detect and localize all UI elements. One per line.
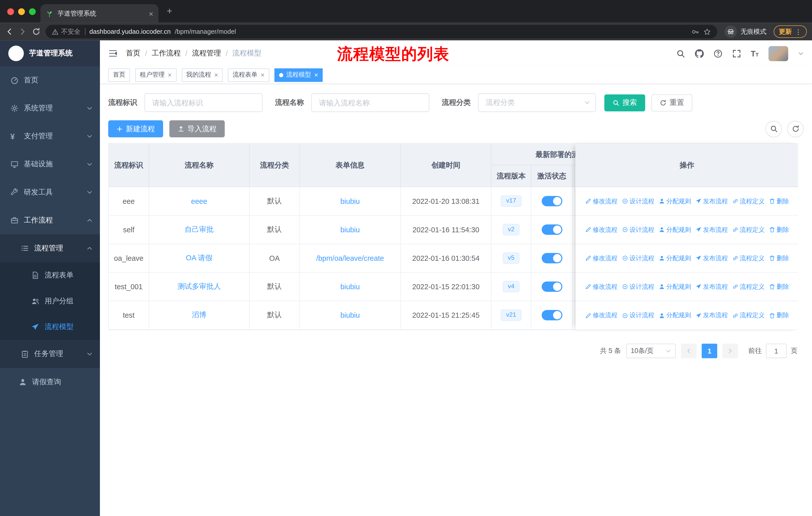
- address-bar[interactable]: 不安全 dashboard.yudao.iocoder.cn/bpm/manag…: [46, 25, 717, 38]
- close-icon[interactable]: ×: [214, 72, 218, 78]
- sidebar-item-workflow[interactable]: 工作流程: [0, 206, 100, 234]
- sidebar-item-process-model[interactable]: 流程模型: [0, 314, 100, 340]
- sidebar-item-infra[interactable]: 基础设施: [0, 151, 100, 179]
- op-delete-link[interactable]: 删除: [769, 197, 789, 206]
- sidebar-item-system[interactable]: 系统管理: [0, 94, 100, 122]
- import-process-button[interactable]: 导入流程: [169, 120, 225, 137]
- tab-close-icon[interactable]: ×: [149, 9, 153, 18]
- sidebar-item-devtools[interactable]: 研发工具: [0, 179, 100, 206]
- op-edit-link[interactable]: 修改流程: [585, 254, 618, 263]
- sidebar-item-leave-query[interactable]: 请假查询: [0, 368, 100, 396]
- op-edit-link[interactable]: 修改流程: [585, 225, 618, 234]
- goto-page-input[interactable]: [766, 344, 787, 358]
- process-name-link[interactable]: 测试多审批人: [177, 282, 221, 291]
- new-tab-button[interactable]: +: [167, 6, 172, 16]
- process-name-link[interactable]: eeee: [191, 197, 207, 205]
- active-toggle[interactable]: [542, 281, 562, 292]
- op-design-link[interactable]: 设计流程: [622, 225, 655, 234]
- prev-page-button[interactable]: [681, 344, 696, 358]
- op-delete-link[interactable]: 删除: [769, 311, 789, 320]
- search-icon[interactable]: [676, 49, 685, 58]
- sidebar-item-process-form[interactable]: 流程表单: [0, 262, 100, 288]
- breadcrumb-process-mgmt[interactable]: 流程管理: [192, 49, 221, 58]
- window-close-button[interactable]: [7, 8, 14, 15]
- tag-process-model[interactable]: 流程模型×: [274, 68, 323, 82]
- create-process-button[interactable]: 新建流程: [108, 120, 163, 137]
- sidebar-item-home[interactable]: 首页: [0, 66, 100, 94]
- active-toggle[interactable]: [542, 253, 562, 263]
- window-zoom-button[interactable]: [29, 8, 36, 15]
- op-assign-link[interactable]: 分配规则: [659, 197, 691, 206]
- back-icon[interactable]: [5, 27, 13, 36]
- op-delete-link[interactable]: 删除: [769, 282, 789, 291]
- form-info-link[interactable]: biubiu: [340, 311, 360, 319]
- user-avatar[interactable]: [768, 46, 788, 61]
- tag-tenant[interactable]: 租户管理×: [135, 68, 176, 82]
- process-name-link[interactable]: 自己审批: [184, 225, 213, 234]
- active-toggle[interactable]: [542, 224, 562, 235]
- op-definition-link[interactable]: 流程定义: [732, 311, 765, 320]
- page-size-select[interactable]: 10条/页: [626, 344, 676, 358]
- process-key-input[interactable]: [144, 93, 263, 112]
- category-select[interactable]: 流程分类: [478, 93, 596, 112]
- op-definition-link[interactable]: 流程定义: [732, 254, 765, 263]
- font-size-icon[interactable]: TT: [751, 49, 759, 58]
- op-publish-link[interactable]: 发布流程: [695, 225, 728, 234]
- sidebar-item-user-group[interactable]: 用户分组: [0, 288, 100, 314]
- op-definition-link[interactable]: 流程定义: [732, 197, 765, 206]
- browser-update-button[interactable]: 更新 ⋮: [774, 25, 807, 38]
- op-edit-link[interactable]: 修改流程: [585, 282, 618, 291]
- github-icon[interactable]: [695, 49, 703, 58]
- tag-home[interactable]: 首页: [108, 68, 130, 82]
- breadcrumb-workflow[interactable]: 工作流程: [152, 49, 181, 58]
- active-toggle[interactable]: [542, 196, 562, 206]
- op-delete-link[interactable]: 删除: [769, 254, 789, 263]
- op-edit-link[interactable]: 修改流程: [585, 311, 618, 320]
- password-key-icon[interactable]: [691, 28, 699, 35]
- process-name-link[interactable]: 滔博: [192, 310, 206, 320]
- forward-icon[interactable]: [19, 27, 27, 36]
- window-minimize-button[interactable]: [18, 8, 25, 15]
- op-design-link[interactable]: 设计流程: [622, 197, 655, 206]
- form-info-link[interactable]: /bpm/oa/leave/create: [316, 254, 384, 262]
- active-toggle[interactable]: [542, 310, 562, 320]
- search-button[interactable]: 搜索: [604, 94, 645, 111]
- op-publish-link[interactable]: 发布流程: [695, 282, 728, 291]
- breadcrumb-home[interactable]: 首页: [126, 49, 141, 58]
- security-status[interactable]: 不安全: [52, 27, 81, 36]
- browser-tab[interactable]: 芋道管理系统 ×: [40, 4, 158, 23]
- page-number-1[interactable]: 1: [702, 344, 717, 358]
- process-name-input[interactable]: [311, 93, 429, 112]
- tag-process-form[interactable]: 流程表单×: [228, 68, 269, 82]
- op-design-link[interactable]: 设计流程: [622, 282, 655, 291]
- form-info-link[interactable]: biubiu: [340, 225, 360, 234]
- op-publish-link[interactable]: 发布流程: [695, 254, 728, 263]
- op-assign-link[interactable]: 分配规则: [659, 254, 691, 263]
- op-design-link[interactable]: 设计流程: [622, 254, 655, 263]
- op-edit-link[interactable]: 修改流程: [585, 197, 618, 206]
- reset-button[interactable]: 重置: [651, 94, 692, 111]
- form-info-link[interactable]: biubiu: [340, 197, 360, 205]
- op-assign-link[interactable]: 分配规则: [659, 225, 691, 234]
- toggle-search-icon[interactable]: [765, 120, 782, 137]
- next-page-button[interactable]: [722, 344, 738, 358]
- chevron-down-icon[interactable]: [798, 51, 804, 56]
- close-icon[interactable]: ×: [261, 72, 265, 78]
- op-assign-link[interactable]: 分配规则: [659, 311, 691, 320]
- op-delete-link[interactable]: 删除: [769, 225, 789, 234]
- op-design-link[interactable]: 设计流程: [622, 311, 655, 320]
- op-publish-link[interactable]: 发布流程: [695, 311, 728, 320]
- form-info-link[interactable]: biubiu: [340, 282, 360, 291]
- sidebar-item-task-mgmt[interactable]: 任务管理: [0, 340, 100, 368]
- reload-icon[interactable]: [32, 27, 40, 36]
- close-icon[interactable]: ×: [168, 72, 172, 78]
- fullscreen-icon[interactable]: [732, 49, 741, 58]
- op-definition-link[interactable]: 流程定义: [732, 225, 765, 234]
- tag-my-process[interactable]: 我的流程×: [181, 68, 223, 82]
- op-publish-link[interactable]: 发布流程: [695, 197, 728, 206]
- help-icon[interactable]: [714, 49, 722, 58]
- sidebar-item-process-mgmt[interactable]: 流程管理: [0, 234, 100, 262]
- op-definition-link[interactable]: 流程定义: [732, 282, 765, 291]
- refresh-icon[interactable]: [787, 120, 804, 137]
- process-name-link[interactable]: OA 请假: [186, 253, 212, 263]
